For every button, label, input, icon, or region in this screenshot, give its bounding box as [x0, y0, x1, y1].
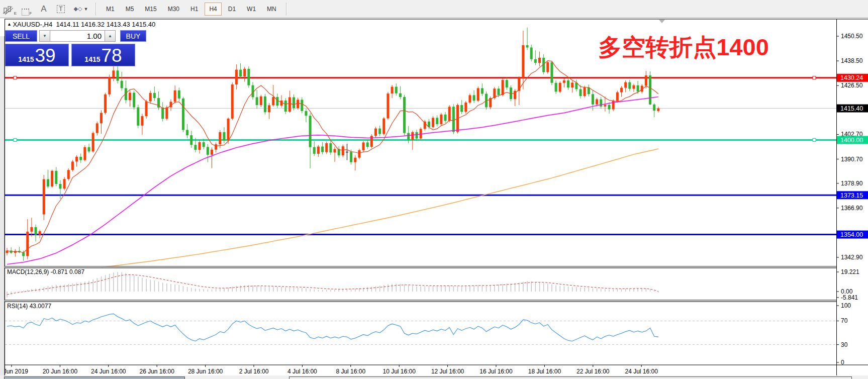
- tab-M5[interactable]: M5: [121, 3, 139, 16]
- svg-text:1373.15: 1373.15: [840, 192, 863, 199]
- date-axis-label: 16 Jul 16:00: [479, 368, 513, 375]
- icon-sub-label: F: [30, 11, 32, 16]
- price-axis-label: 1438.50: [841, 57, 863, 64]
- mt4-window: E F A T ◆◇ ▼ M1 M5 M15 M30 H1 H4 D1 W1 M…: [0, 0, 868, 379]
- price-axis-label: 1450.50: [841, 33, 863, 40]
- buy-price-big: 78: [102, 47, 122, 65]
- line-handle[interactable]: [14, 138, 17, 141]
- icon-sub-label: E: [14, 11, 17, 16]
- svg-text:1430.24: 1430.24: [840, 74, 863, 81]
- date-axis-label: 2 Jul 16:00: [239, 368, 269, 375]
- tab-M30[interactable]: M30: [163, 3, 184, 16]
- date-axis-label: 18 Jul 16:00: [528, 368, 561, 375]
- buy-price-small: 1415: [84, 55, 100, 63]
- symbol-triangle-icon: ▲: [7, 22, 13, 27]
- buy-price-box[interactable]: 1415 78: [71, 44, 135, 66]
- docked-tab[interactable]: [289, 376, 852, 379]
- date-axis-label: 12 Jul 16:00: [431, 368, 464, 375]
- sell-price-big: 39: [35, 47, 56, 65]
- grid-icon[interactable]: F: [19, 3, 34, 16]
- chart-title: ▲ XAUUSD-,H4 1414.11 1416.32 1413.43 141…: [7, 21, 155, 28]
- volume-input[interactable]: 1.00: [50, 30, 105, 42]
- symbol-label: XAUUSD-,H4: [13, 21, 52, 28]
- chart-area[interactable]: 多空转折点1400MACD(12,26,9) -0.871 0.087RSI(1…: [0, 18, 868, 379]
- volume-increase-button[interactable]: ▲: [105, 30, 116, 42]
- toolbar-separator: [286, 3, 287, 16]
- ohlc-readout: 1414.11 1416.32 1413.43 1415.40: [56, 21, 155, 28]
- sell-button[interactable]: SELL: [5, 30, 37, 42]
- sell-price-box[interactable]: 1415 39: [5, 44, 69, 66]
- date-axis-label: 20 Jun 16:00: [43, 368, 78, 375]
- tab-M15[interactable]: M15: [140, 3, 161, 16]
- bottom-docked-strip: [0, 375, 868, 379]
- tab-W1[interactable]: W1: [242, 3, 260, 16]
- svg-text:1415.40: 1415.40: [840, 105, 863, 112]
- text-label-icon[interactable]: A: [36, 3, 51, 16]
- svg-text:1354.00: 1354.00: [840, 231, 863, 238]
- tab-MN[interactable]: MN: [262, 3, 281, 16]
- svg-text:1400.00: 1400.00: [840, 137, 863, 144]
- candlestick-glyph: [3, 6, 14, 16]
- price-axis-label: 1426.50: [841, 82, 863, 89]
- date-axis-label: 24 Jun 16:00: [91, 368, 126, 375]
- price-chart-canvas[interactable]: 多空转折点1400MACD(12,26,9) -0.871 0.087RSI(1…: [0, 18, 868, 379]
- rsi-axis-label: 100: [841, 302, 851, 309]
- chevron-down-icon: ▼: [43, 34, 47, 38]
- objects-icon[interactable]: ◆◇ ▼: [70, 3, 91, 16]
- price-axis-label: 1342.90: [841, 254, 863, 261]
- price-axis-label: 1378.90: [841, 180, 863, 187]
- macd-label: MACD(12,26,9) -0.871 0.087: [7, 268, 84, 275]
- macd-axis-label: 19.221: [841, 268, 859, 275]
- annotation-text: 多空转折点1400: [598, 34, 769, 60]
- docked-tab[interactable]: [4, 376, 185, 379]
- date-axis-label: 28 Jun 16:00: [188, 368, 223, 375]
- tab-H4[interactable]: H4: [205, 3, 221, 16]
- toolbar-separator: [95, 3, 97, 16]
- date-axis-label: 22 Jul 16:00: [576, 368, 610, 375]
- date-axis-label: 10 Jul 16:00: [383, 368, 416, 375]
- one-click-trading-panel: SELL ▼ 1.00 ▲ BUY 1415 39 1415 78: [5, 30, 146, 66]
- date-axis-label: 24 Jul 16:00: [625, 368, 658, 375]
- tab-M1[interactable]: M1: [102, 3, 119, 16]
- line-handle[interactable]: [14, 76, 17, 79]
- line-handle[interactable]: [813, 76, 816, 79]
- date-axis-label: 4 Jul 16:00: [287, 368, 317, 375]
- tab-D1[interactable]: D1: [224, 3, 240, 16]
- tab-H1[interactable]: H1: [186, 3, 203, 16]
- toolbar: E F A T ◆◇ ▼ M1 M5 M15 M30 H1 H4 D1 W1 M…: [0, 0, 868, 18]
- date-axis-label: 26 Jun 16:00: [139, 368, 174, 375]
- price-axis-label: 1366.90: [841, 205, 863, 212]
- rsi-axis-label: 0: [841, 359, 844, 366]
- buy-button[interactable]: BUY: [120, 30, 146, 42]
- sell-price-small: 1415: [18, 55, 34, 63]
- rsi-axis-label: 70: [841, 317, 848, 324]
- volume-decrease-button[interactable]: ▼: [39, 30, 50, 42]
- date-axis-label: 8 Jul 16:00: [336, 368, 365, 375]
- rsi-label: RSI(14) 43.0077: [7, 303, 51, 310]
- window-left-edge: [0, 36, 5, 379]
- chevron-down-icon: ▼: [84, 7, 88, 12]
- line-handle[interactable]: [813, 138, 816, 141]
- price-axis-label: 1390.70: [841, 156, 863, 163]
- macd-axis-label: -5.841: [841, 294, 858, 301]
- chart-style-icon[interactable]: E: [2, 3, 17, 16]
- text-box-icon[interactable]: T: [53, 3, 68, 16]
- rsi-axis-label: 30: [841, 341, 848, 348]
- chevron-up-icon: ▲: [108, 34, 112, 38]
